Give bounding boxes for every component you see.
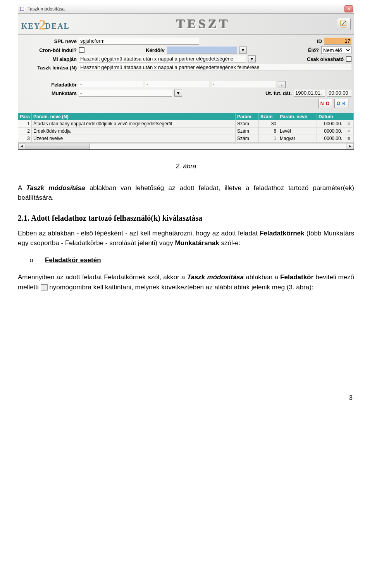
document-body: 2. ábra A Taszk módosítása ablakban van … [18, 161, 354, 403]
col-datum: Dátum [317, 113, 344, 120]
cell-rownum: 1 [18, 120, 32, 128]
term-taszk-modositasa-2: Taszk módosítása [187, 273, 244, 281]
row-action-cell[interactable]: ≡ [344, 128, 354, 135]
col-param-type: Param. [236, 113, 259, 120]
down-arrow-button-icon [41, 284, 48, 291]
taszk-leirasa-label: Taszk leírása (N) [21, 65, 77, 71]
feladatkor-label: Feladatkör [21, 82, 77, 88]
edit-row-icon[interactable]: ≡ [346, 121, 352, 126]
cell-num: 30 [259, 120, 278, 128]
table-row[interactable]: 2Érdeklődés módjaSzám6Levél0000.00.≡ [18, 128, 354, 135]
cell-name2: Levél [278, 128, 317, 135]
mi-alapjan-label: Mi alapján [21, 56, 77, 62]
cell-type: Szám [236, 135, 259, 142]
titlebar: Taszk módosítása ✕ [18, 4, 354, 14]
utfutdat-time-input[interactable] [327, 90, 351, 97]
mi-alapjan-dropdown[interactable]: ▾ [248, 55, 256, 62]
scroll-thumb[interactable] [26, 144, 90, 149]
munkatars-label: Munkatárs [21, 90, 77, 96]
logo-left: KEY [21, 22, 40, 30]
feladatkor-input-1[interactable] [79, 81, 143, 88]
elo-select[interactable]: Nem élő [321, 46, 351, 54]
logo-right: DEAL [45, 22, 70, 30]
cell-date: 0000.00. [317, 128, 344, 135]
paragraph-1: A Taszk módosítása ablakban van lehetősé… [18, 183, 354, 203]
col-szam: Szám [259, 113, 278, 120]
csak-olvashato-checkbox[interactable] [346, 56, 351, 62]
cell-name2: Magyar [278, 135, 317, 142]
edit-row-icon[interactable]: ≡ [346, 128, 352, 134]
utfutdat-label: Ut. fut. dát. [265, 90, 292, 96]
app-icon [19, 6, 25, 12]
dashboard-icon [340, 21, 348, 28]
cron-checkbox[interactable] [79, 47, 84, 53]
cell-name: Üzenet nyelve [32, 135, 236, 142]
term-munkatarsnak: Munkatársnak [175, 239, 219, 247]
horizontal-scrollbar[interactable]: ◄ ► [18, 142, 354, 149]
id-input[interactable] [324, 38, 351, 45]
row-action-cell[interactable]: ≡ [344, 120, 354, 128]
feladatkor-input-3[interactable] [212, 81, 276, 88]
cell-name2 [278, 120, 317, 128]
term-taszk-modositasa: Taszk módosítása [26, 184, 85, 192]
grid-header-row: Para Param. neve (N) Param. Szám Param. … [18, 113, 354, 120]
cell-rownum: 3 [18, 135, 32, 142]
munkatars-dropdown[interactable]: ▾ [174, 90, 182, 97]
ok-button[interactable]: O K [334, 99, 348, 108]
row-action-cell[interactable]: ≡ [344, 135, 354, 142]
page-number: 3 [18, 393, 354, 403]
params-grid: Para Param. neve (N) Param. Szám Param. … [18, 113, 354, 149]
table-row[interactable]: 3Üzenet nyelveSzám1Magyar0000.00.≡ [18, 135, 354, 142]
banner-center-text: TESZT [176, 17, 231, 31]
cell-name: Érdeklődés módja [32, 128, 236, 135]
cell-date: 0000.00. [317, 135, 344, 142]
cell-date: 0000.00. [317, 120, 344, 128]
term-feladatkor: Feladatkör [280, 273, 313, 281]
cell-num: 1 [259, 135, 278, 142]
paragraph-2: Ebben az ablakban - első lépésként - azt… [18, 228, 354, 248]
kerdoiv-input[interactable] [167, 47, 237, 54]
spl-neve-label: SPL neve [21, 38, 77, 44]
col-action [344, 113, 354, 120]
cell-type: Szám [236, 120, 259, 128]
bullet-feladatkor-eseten: Feladatkör esetén [45, 255, 354, 266]
col-paramneve2: Param. neve [278, 113, 317, 120]
logo-two: 2 [39, 17, 46, 33]
form-area: SPL neve ID Cron-ból indul? Kérdőív ▾ Él… [18, 35, 354, 113]
kerdoiv-dropdown[interactable]: ▾ [239, 47, 247, 54]
section-heading-2-1: 2.1. Adott feladathoz tartozó felhasznál… [18, 212, 354, 224]
scroll-track[interactable] [25, 143, 347, 149]
close-button[interactable]: ✕ [344, 5, 353, 12]
task-edit-window: Taszk módosítása ✕ KEY2DEAL TESZT SPL ne… [18, 4, 354, 150]
kerdoiv-label: Kérdőív [146, 47, 164, 53]
cron-label: Cron-ból indul? [21, 47, 77, 53]
no-button[interactable]: N O [318, 99, 332, 108]
feladatkor-picker-button[interactable]: ↓ [278, 81, 286, 88]
col-paramneve: Param. neve (N) [32, 113, 236, 120]
cell-rownum: 2 [18, 128, 32, 135]
cell-type: Szám [236, 128, 259, 135]
cell-num: 6 [259, 128, 278, 135]
mi-alapjan-input[interactable] [79, 55, 246, 62]
window-title: Taszk módosítása [28, 6, 65, 12]
cell-name: Átadás után hány nappal érdeklődjünk a v… [32, 120, 236, 128]
spl-neve-input[interactable] [79, 38, 199, 45]
utfutdat-date-input[interactable] [294, 90, 325, 97]
dashboard-button[interactable] [337, 18, 351, 30]
feladatkor-input-2[interactable] [145, 81, 209, 88]
col-para: Para [18, 113, 32, 120]
figure-caption: 2. ábra [18, 161, 354, 171]
scroll-left-arrow[interactable]: ◄ [18, 143, 25, 149]
csak-olvashato-label: Csak olvasható [307, 56, 344, 62]
key2deal-logo: KEY2DEAL [21, 16, 70, 32]
munkatars-input[interactable] [79, 90, 172, 97]
term-feladatkornek: Feladatkörnek [260, 230, 304, 237]
id-label: ID [317, 38, 322, 44]
scroll-right-arrow[interactable]: ► [347, 143, 354, 149]
paragraph-3: Amennyiben az adott feladat Feladatkörne… [18, 272, 354, 292]
banner: KEY2DEAL TESZT [18, 14, 354, 35]
table-row[interactable]: 1Átadás után hány nappal érdeklődjünk a … [18, 120, 354, 128]
elo-label: Élő? [308, 47, 319, 53]
taszk-leirasa-input[interactable] [79, 64, 351, 71]
edit-row-icon[interactable]: ≡ [346, 136, 352, 141]
